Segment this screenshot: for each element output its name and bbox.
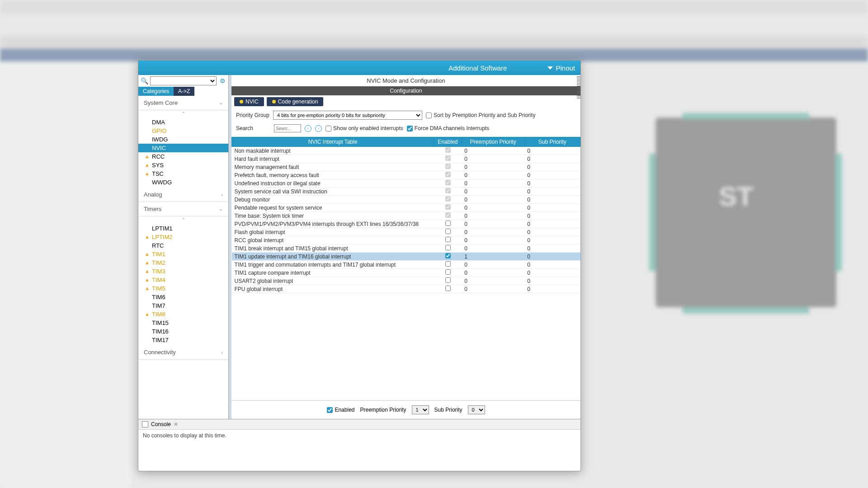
interrupt-name: Hard fault interrupt [232,155,434,163]
interrupt-name: USART2 global interrupt [232,277,434,285]
table-row[interactable]: TIM1 trigger and commutation interrupts … [232,261,580,269]
enabled-checkbox[interactable] [445,237,451,242]
priority-group-select[interactable]: 4 bits for pre-emption priority 0 bits f… [273,111,422,120]
sidebar-item-tim6[interactable]: TIM6 [138,293,228,301]
section-timers[interactable]: Timers ⌄ [138,202,228,216]
sidebar-item-tim8[interactable]: ▲TIM8 [138,310,228,319]
table-row[interactable]: TIM1 capture compare interrupt00 [232,269,580,277]
pp-value: 0 [462,228,524,236]
enabled-checkbox[interactable] [445,221,451,226]
warning-icon: ▲ [145,234,150,239]
sidebar-item-rtc[interactable]: RTC [138,241,228,250]
sidebar-item-tim16[interactable]: TIM16 [138,327,228,336]
table-row[interactable]: Prefetch fault, memory access fault00 [232,171,580,179]
sidebar-item-tim15[interactable]: TIM15 [138,319,228,327]
sidebar-item-lptim2[interactable]: ▲LPTIM2 [138,233,228,241]
sidebar-item-tim5[interactable]: ▲TIM5 [138,284,228,293]
enabled-checkbox[interactable] [445,269,451,275]
enabled-checkbox[interactable] [445,261,451,267]
pp-select[interactable]: 1 [412,405,429,414]
console-tab-label[interactable]: Console [151,421,171,427]
enabled-checkbox[interactable]: Enabled [327,407,354,413]
col-sp[interactable]: Sub Priority [524,137,580,147]
section-system-core[interactable]: System Core ⌄ [138,96,228,110]
sp-value: 0 [524,204,580,212]
collapse-icon[interactable]: ⌃ [138,216,228,223]
header-bar: Additional Software Pinout [138,61,580,75]
table-row[interactable]: PVD/PVM1/PVM2/PVM3/PVM4 interrupts throu… [232,220,580,228]
tab-code-generation[interactable]: Code generation [267,97,324,106]
sidebar-item-sys[interactable]: ▲SYS [138,161,228,169]
enabled-checkbox[interactable] [445,245,451,250]
gear-icon[interactable]: ⚙ [218,77,226,85]
table-row[interactable]: System service call via SWI instruction0… [232,188,580,196]
table-row[interactable]: Undefined instruction or illegal state00 [232,179,580,188]
sidebar-item-lptim1[interactable]: LPTIM1 [138,224,228,233]
table-row[interactable]: RCC global interrupt00 [232,236,580,244]
force-dma-label: Force DMA channels Interrupts [415,125,489,131]
close-icon[interactable]: ✕ [174,421,178,427]
col-name[interactable]: NVIC Interrupt Table [232,137,434,147]
sort-checkbox[interactable]: Sort by Premption Priority and Sub Prior… [426,112,535,118]
additional-software-link[interactable]: Additional Software [448,64,507,72]
table-row[interactable]: Hard fault interrupt00 [232,155,580,163]
sidebar-item-dma[interactable]: DMA [138,118,228,127]
enabled-checkbox[interactable] [445,277,451,283]
col-pp[interactable]: Preemption Priority [462,137,524,147]
sp-value: 0 [524,285,580,293]
interrupt-name: Prefetch fault, memory access fault [232,171,434,179]
table-row[interactable]: TIM1 break interrupt and TIM15 global in… [232,244,580,253]
sidebar-item-rcc[interactable]: ▲RCC [138,152,228,161]
enabled-checkbox[interactable] [445,286,451,291]
collapse-icon[interactable]: ⌃ [138,110,228,117]
search-prev-icon[interactable]: ‹ [305,125,311,132]
table-row[interactable]: TIM1 update interrupt and TIM16 global i… [232,253,580,261]
pp-value: 1 [462,253,524,261]
enabled-checkbox[interactable] [445,229,451,234]
table-row[interactable]: USART2 global interrupt00 [232,277,580,285]
sidebar-item-tim2[interactable]: ▲TIM2 [138,258,228,267]
pp-value: 0 [462,285,524,293]
table-row[interactable]: Time base: System tick timer00 [232,212,580,220]
section-analog[interactable]: Analog › [138,188,228,202]
pinout-dropdown[interactable]: Pinout [547,64,575,72]
tab-categories[interactable]: Categories [138,87,174,96]
search-next-icon[interactable]: › [315,125,322,132]
sidebar-item-iwdg[interactable]: IWDG [138,135,228,144]
table-row[interactable]: Pendable request for system service00 [232,204,580,212]
sidebar-item-tsc[interactable]: ▲TSC [138,169,228,178]
interrupt-name: PVD/PVM1/PVM2/PVM3/PVM4 interrupts throu… [232,220,434,228]
sp-value: 0 [524,244,580,253]
pp-value: 0 [462,147,524,155]
sidebar-item-tim7[interactable]: TIM7 [138,301,228,310]
sp-value: 0 [524,196,580,204]
chevron-right-icon: › [221,192,223,197]
section-connectivity[interactable]: Connectivity › [138,345,228,360]
table-row[interactable]: Non maskable interrupt00 [232,147,580,155]
warning-icon: ▲ [145,171,150,176]
interrupt-name: TIM1 capture compare interrupt [232,269,434,277]
force-dma-checkbox[interactable]: Force DMA channels Interrupts [407,125,489,131]
tab-az[interactable]: A->Z [174,87,194,96]
show-only-enabled-checkbox[interactable]: Show only enabled interrupts [326,125,403,131]
table-row[interactable]: Flash global interrupt00 [232,228,580,236]
table-row[interactable]: FPU global interrupt00 [232,285,580,293]
enabled-checkbox[interactable] [445,253,451,258]
sidebar-item-tim17[interactable]: TIM17 [138,336,228,344]
sp-select[interactable]: 0 [468,405,485,414]
resize-handle[interactable] [577,76,580,99]
table-row[interactable]: Memory management fault00 [232,163,580,171]
sidebar-item-tim4[interactable]: ▲TIM4 [138,276,228,284]
sidebar-item-tim3[interactable]: ▲TIM3 [138,267,228,276]
table-row[interactable]: Debug monitor00 [232,196,580,204]
search-input[interactable] [274,124,301,132]
accordion: System Core ⌄ ⌃ DMAGPIOIWDGNVIC▲RCC▲SYS▲… [138,96,228,419]
col-enabled[interactable]: Enabled [434,137,462,147]
sidebar-item-wwdg[interactable]: WWDG [138,178,228,187]
tab-nvic[interactable]: NVIC [234,97,264,106]
sidebar-item-nvic[interactable]: NVIC [138,144,228,152]
sidebar-item-tim1[interactable]: ▲TIM1 [138,250,228,258]
sidebar-item-gpio[interactable]: GPIO [138,127,228,135]
peripheral-search[interactable] [150,76,217,85]
category-panel: 🔍 ⚙ Categories A->Z System Core ⌄ ⌃ DMAG… [138,75,229,419]
